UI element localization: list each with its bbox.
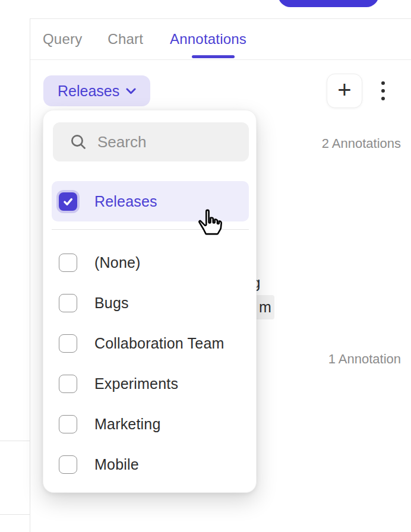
tab-annotations[interactable]: Annotations	[170, 31, 246, 48]
more-options-button[interactable]	[377, 80, 389, 102]
option-marketing[interactable]: Marketing	[52, 404, 249, 444]
kebab-icon	[381, 89, 385, 93]
tab-query[interactable]: Query	[43, 31, 82, 48]
option-label: Bugs	[94, 294, 129, 312]
checkbox-unchecked-icon[interactable]	[59, 375, 77, 393]
option-label: Mobile	[94, 456, 139, 473]
checkbox-unchecked-icon[interactable]	[59, 254, 77, 272]
left-sidebar	[0, 18, 30, 532]
releases-filter-dropdown: Releases (None) Bugs Collaboration Team …	[43, 110, 257, 493]
plus-icon: +	[337, 78, 351, 102]
option-collaboration-team[interactable]: Collaboration Team	[52, 323, 249, 363]
kebab-icon	[381, 81, 385, 85]
primary-action-button[interactable]	[278, 0, 379, 7]
checkbox-checked-icon[interactable]	[59, 192, 77, 211]
annotation-group-count: 1 Annotation	[328, 352, 401, 367]
tab-chart[interactable]: Chart	[108, 31, 143, 48]
option-releases[interactable]: Releases	[52, 181, 249, 221]
checkbox-unchecked-icon[interactable]	[59, 294, 77, 312]
chevron-down-icon	[126, 88, 136, 94]
search-icon	[71, 134, 86, 150]
releases-filter-button[interactable]: Releases	[43, 75, 150, 106]
option-label: Collaboration Team	[94, 335, 225, 352]
checkbox-unchecked-icon[interactable]	[59, 334, 77, 353]
add-annotation-button[interactable]: +	[327, 74, 362, 108]
search-input[interactable]	[97, 133, 249, 151]
option-experiments[interactable]: Experiments	[52, 363, 249, 404]
active-tab-underline	[192, 55, 235, 58]
option-bugs[interactable]: Bugs	[52, 283, 249, 323]
sidebar-divider	[0, 441, 30, 441]
kebab-icon	[381, 97, 385, 100]
option-none[interactable]: (None)	[52, 242, 249, 283]
sidebar-divider	[0, 514, 30, 515]
checkbox-unchecked-icon[interactable]	[59, 455, 77, 474]
option-mobile[interactable]: Mobile	[52, 444, 249, 484]
option-label: Releases	[94, 193, 157, 210]
tabs-divider	[30, 59, 411, 60]
search-field-wrapper	[53, 122, 249, 162]
dropdown-divider	[52, 229, 249, 230]
option-label: Marketing	[94, 416, 161, 433]
filter-button-label: Releases	[58, 83, 119, 100]
annotation-group-count: 2 Annotations	[322, 136, 401, 151]
option-label: (None)	[94, 254, 141, 271]
option-label: Experiments	[94, 375, 178, 392]
checkbox-unchecked-icon[interactable]	[59, 415, 77, 433]
tab-bar: Query Chart Annotations	[30, 18, 411, 59]
